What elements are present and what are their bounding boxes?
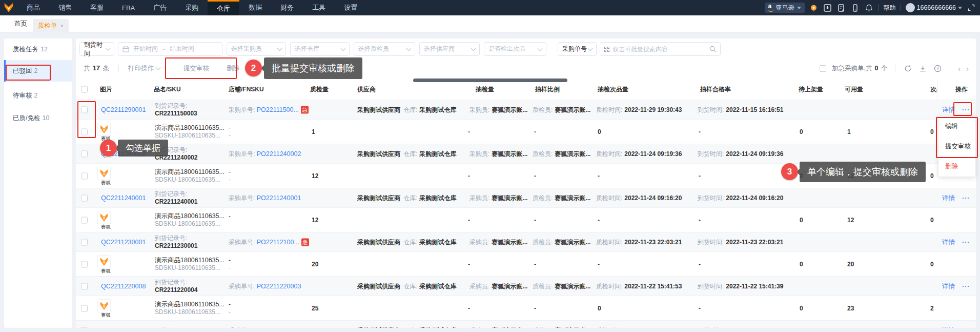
qc-qty-value: 20 bbox=[312, 261, 318, 268]
nav-item[interactable]: 仓库 bbox=[208, 0, 239, 15]
nav-item[interactable]: 商品 bbox=[17, 0, 49, 15]
prev-page-button[interactable]: ‹ bbox=[958, 65, 961, 72]
chevron-down-icon bbox=[406, 46, 412, 51]
sample-ratio-value: - bbox=[534, 128, 536, 135]
nav-item[interactable]: 销售 bbox=[49, 0, 81, 15]
inspector-select[interactable]: 选择质检员 bbox=[354, 42, 415, 56]
nav-item[interactable]: 广告 bbox=[144, 0, 176, 15]
qc-number-link[interactable]: QC2211230001 bbox=[101, 239, 146, 246]
po-number-link[interactable]: PO2211240001 bbox=[257, 194, 301, 201]
detail-link[interactable]: 详情 bbox=[942, 238, 955, 246]
notification-bell-icon[interactable] bbox=[865, 3, 874, 12]
fullscreen-icon[interactable] bbox=[967, 3, 976, 12]
time-type-select[interactable]: 到货时间 bbox=[79, 42, 114, 56]
buyer-select[interactable]: 选择采购员 bbox=[227, 42, 286, 56]
qc-number-link[interactable]: QC2211220006 bbox=[101, 327, 146, 328]
buyer-cell: 采购员:赛狐演示账 bbox=[469, 326, 522, 328]
defect-placeholder: 是否检出次品 bbox=[488, 45, 525, 53]
po-number-link[interactable]: PO22112100... bbox=[257, 238, 299, 245]
chevron-down-icon bbox=[277, 46, 282, 51]
po-number-link[interactable]: PO2211220003 bbox=[257, 326, 301, 328]
more-actions-button[interactable]: ··· bbox=[962, 327, 970, 328]
qc-number-link[interactable]: QC2211240001 bbox=[101, 194, 146, 202]
detail-link[interactable]: 详情 bbox=[942, 326, 955, 328]
product-image[interactable]: 赛狐 bbox=[97, 167, 115, 185]
detail-link[interactable]: 详情 bbox=[942, 282, 955, 290]
row-checkbox[interactable] bbox=[81, 194, 88, 201]
sidebar-item[interactable]: 待审核2 bbox=[4, 85, 72, 106]
nav-item[interactable]: 工具 bbox=[303, 0, 335, 15]
avatar bbox=[906, 3, 915, 12]
more-actions-button[interactable]: ··· bbox=[962, 283, 970, 290]
sidebar-item[interactable]: 已质/免检10 bbox=[4, 107, 72, 129]
detail-link[interactable]: 详情 bbox=[942, 193, 955, 202]
qc-number-link[interactable]: QC2211290001 bbox=[101, 106, 146, 113]
tab-quality-inspection[interactable]: 质检单 × bbox=[33, 19, 69, 32]
search-input[interactable] bbox=[612, 46, 706, 53]
product-name-sku: 演示商品18006110635... SDSKU-18006110635... bbox=[155, 124, 224, 140]
nav-item[interactable]: 数据 bbox=[239, 0, 271, 15]
defect-found-select[interactable]: 是否检出次品 bbox=[484, 42, 546, 56]
row-checkbox[interactable] bbox=[81, 172, 88, 179]
chevron-down-icon bbox=[538, 46, 543, 51]
qc-number-link[interactable]: QC2211220008 bbox=[101, 283, 146, 290]
help-circle-icon[interactable]: ? bbox=[933, 64, 942, 73]
urgent-filter-checkbox[interactable] bbox=[820, 65, 826, 72]
more-actions-button[interactable]: ··· bbox=[962, 239, 970, 246]
table-row-order: QC2211220008 到货记录号: CR2211220004 采购单号: P… bbox=[76, 277, 976, 296]
date-range-input[interactable]: 开始时间 ~ 结束时间 bbox=[118, 42, 222, 56]
next-page-button[interactable]: › bbox=[966, 65, 969, 72]
menu-item-delete[interactable]: 删除 bbox=[938, 157, 975, 177]
nav-item[interactable]: 财务 bbox=[271, 0, 303, 15]
po-number-link[interactable]: PO2211240002 bbox=[257, 150, 301, 157]
refresh-icon[interactable] bbox=[903, 64, 912, 73]
horizontal-scrollbar-thumb[interactable] bbox=[413, 79, 567, 82]
col-pass-rate: 抽样合格率 bbox=[700, 85, 731, 94]
chevron-down-icon bbox=[958, 7, 962, 9]
po-number-link[interactable]: PO2211220003 bbox=[257, 282, 301, 289]
activity-icon[interactable] bbox=[809, 3, 819, 12]
arrive-time-cell: 到货时间:2022-11-24 09:19:36 bbox=[698, 149, 783, 158]
row-checkbox[interactable] bbox=[81, 305, 88, 311]
nav-item[interactable]: 采购 bbox=[176, 0, 208, 15]
export-download-icon[interactable] bbox=[918, 64, 927, 73]
warehouse-select[interactable]: 选择仓库 bbox=[290, 42, 350, 56]
row-checkbox[interactable] bbox=[81, 327, 88, 328]
po-number-link[interactable]: PO22111500... bbox=[257, 106, 299, 113]
product-image[interactable]: 赛狐 bbox=[97, 211, 115, 229]
more-actions-button[interactable]: ··· bbox=[962, 194, 970, 202]
product-name-sku: 演示商品18006110635... SDSKU-18006110635... bbox=[155, 301, 224, 316]
date-tilde: ~ bbox=[162, 46, 166, 53]
search-type-select[interactable]: 采购单号 bbox=[558, 42, 597, 56]
row-checkbox[interactable] bbox=[81, 217, 88, 223]
fox-brand-icon bbox=[97, 255, 111, 268]
print-actions-button[interactable]: 打印操作 bbox=[128, 64, 160, 73]
nav-item[interactable]: FBA bbox=[113, 0, 144, 15]
help-link[interactable]: 帮助 bbox=[884, 4, 896, 12]
row-checkbox[interactable] bbox=[81, 239, 88, 245]
order-note-icon[interactable] bbox=[837, 3, 846, 12]
urgent-badge: 急 bbox=[301, 238, 309, 246]
product-image[interactable]: 赛狐 bbox=[97, 255, 115, 274]
avail-qty-value: 20 bbox=[847, 261, 854, 268]
product-image[interactable]: 赛狐 bbox=[97, 299, 115, 318]
download-center-icon[interactable] bbox=[823, 3, 832, 12]
search-icon[interactable] bbox=[709, 46, 716, 52]
sidebar-item[interactable]: 质检任务12 bbox=[4, 38, 72, 60]
account-menu[interactable]: 16666666666 bbox=[906, 3, 962, 12]
product-image[interactable]: 赛狐 bbox=[97, 123, 115, 141]
nav-item[interactable]: 设置 bbox=[335, 0, 366, 15]
marketplace-switcher[interactable]: a 亚马逊 bbox=[765, 3, 805, 13]
row-checkbox[interactable] bbox=[81, 283, 88, 289]
close-icon[interactable]: × bbox=[60, 23, 64, 29]
row-checkbox[interactable] bbox=[81, 261, 88, 267]
row-checkbox[interactable] bbox=[81, 150, 88, 157]
tab-home[interactable]: 首页 bbox=[14, 15, 27, 32]
table-row-product: 赛狐 演示商品18006110635... SDSKU-18006110635.… bbox=[76, 296, 976, 321]
nav-item[interactable]: 客服 bbox=[81, 0, 113, 15]
mobile-app-icon[interactable] bbox=[851, 3, 860, 12]
date-end-placeholder: 结束时间 bbox=[170, 45, 194, 53]
product-name-sku: 演示商品18006110635... SDSKU-18006110635... bbox=[155, 257, 224, 272]
supplier-select[interactable]: 选择供应商 bbox=[419, 42, 480, 56]
select-all-checkbox[interactable] bbox=[81, 86, 88, 93]
